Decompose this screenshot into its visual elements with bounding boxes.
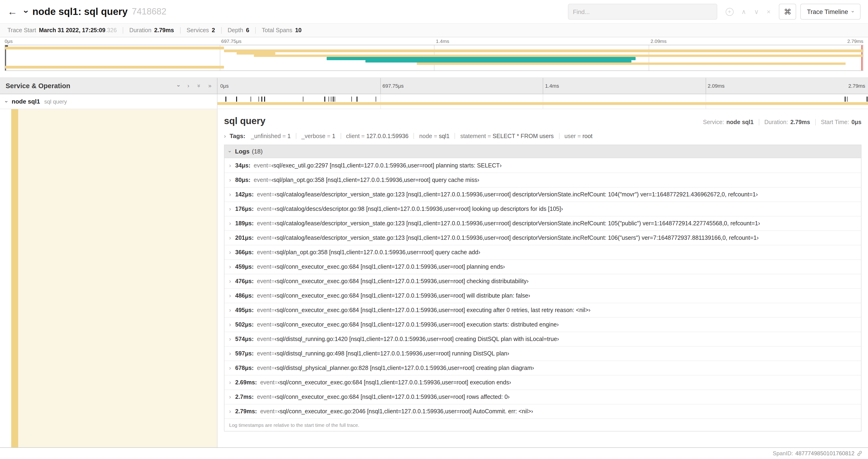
log-row[interactable]: ›597μs:event = ‹sql/distsql_running.go:4… — [224, 346, 861, 361]
log-field-key: event — [257, 191, 271, 198]
log-field-key: event — [254, 162, 268, 169]
log-field-value: ‹sql/plan_opt.go:358 [nsql1,client=127.0… — [271, 177, 479, 183]
log-marker — [324, 97, 325, 102]
log-row[interactable]: ›80μs:event = ‹sql/plan_opt.go:358 [nsql… — [224, 173, 861, 187]
chevron-right-icon: › — [229, 379, 231, 386]
log-row[interactable]: ›2.69ms:event = ‹sql/conn_executor_exec.… — [224, 375, 861, 390]
log-timestamp: 2.79ms: — [235, 408, 257, 415]
log-row[interactable]: ›176μs:event = ‹sql/catalog/descs/descri… — [224, 201, 861, 216]
log-field-key: event — [257, 292, 271, 299]
expand-all-icon[interactable]: » — [208, 83, 211, 89]
log-marker — [258, 97, 259, 102]
tag-item[interactable]: statement = SELECT * FROM users — [460, 133, 554, 139]
viewport-right-scrubber[interactable] — [862, 45, 862, 70]
tag-item[interactable]: _unfinished = 1 — [251, 133, 290, 139]
top-bar-actions: + ∧ ∨ × ⌘ Trace Timeline › — [568, 4, 861, 20]
log-row[interactable]: ›2.7ms:event = ‹sql/conn_executor_exec.g… — [224, 390, 861, 404]
log-row[interactable]: ›495μs:event = ‹sql/conn_executor_exec.g… — [224, 303, 861, 317]
axis-tick-label: 1.4ms — [545, 83, 559, 89]
row-gridline — [705, 94, 706, 109]
minimap-axis: 0μs 697.75μs 1.4ms 2.09ms 2.79ms — [5, 37, 863, 45]
span-bar[interactable] — [217, 102, 868, 105]
row-gridline — [380, 94, 380, 109]
back-arrow-icon[interactable]: ← — [7, 6, 17, 17]
log-field-value: ‹sql/conn_executor_exec.go:684 [nsql1,cl… — [275, 321, 559, 328]
axis-tick-label: 0μs — [220, 83, 229, 89]
timeline-row-canvas[interactable] — [217, 94, 868, 109]
link-icon[interactable] — [857, 451, 862, 456]
log-equals: = — [268, 177, 272, 183]
circle-plus-icon[interactable]: + — [725, 8, 733, 15]
tags-row[interactable]: › Tags: _unfinished = 1_verbose = 1clien… — [224, 132, 862, 139]
log-equals: = — [271, 191, 275, 198]
span-detail-area: sql query Service:node sql1 Duration:2.7… — [0, 109, 868, 448]
span-row[interactable]: › node sql1 sql query — [0, 94, 868, 109]
collapse-one-icon[interactable]: › — [175, 85, 182, 87]
axis-tick-label: 2.09ms — [708, 83, 724, 89]
log-equals: = — [271, 292, 275, 299]
log-row[interactable]: ›189μs:event = ‹sql/catalog/lease/descri… — [224, 216, 861, 230]
log-timestamp: 495μs: — [235, 307, 254, 314]
minimap-tick-label: 2.09ms — [649, 38, 666, 44]
log-timestamp: 476μs: — [235, 278, 254, 285]
detail-header: sql query Service:node sql1 Duration:2.7… — [224, 109, 862, 126]
log-row[interactable]: ›574μs:event = ‹sql/distsql_running.go:1… — [224, 332, 861, 346]
log-row[interactable]: ›486μs:event = ‹sql/conn_executor_exec.g… — [224, 288, 861, 303]
log-row[interactable]: ›366μs:event = ‹sql/plan_opt.go:358 [nsq… — [224, 245, 861, 259]
tag-item[interactable]: _verbose = 1 — [302, 133, 335, 139]
summary-label: Depth — [227, 27, 243, 34]
tag-item[interactable]: node = sql1 — [419, 133, 450, 139]
tag-item[interactable]: client = 127.0.0.1:59936 — [346, 133, 409, 139]
log-field-value: ‹sql/conn_executor_exec.go:684 [nsql1,cl… — [275, 264, 505, 270]
log-field-key: event — [257, 336, 271, 342]
log-timestamp: 189μs: — [235, 220, 254, 227]
trace-timeline-dropdown[interactable]: Trace Timeline › — [801, 4, 861, 20]
minimap-tick-label: 2.79ms — [847, 38, 863, 44]
find-input[interactable] — [568, 4, 717, 20]
clear-icon[interactable]: × — [767, 8, 771, 15]
service-name: node sql1 — [12, 98, 40, 105]
tag-equals: = — [360, 133, 366, 139]
separator — [559, 133, 559, 139]
log-row[interactable]: ›502μs:event = ‹sql/conn_executor_exec.g… — [224, 317, 861, 332]
chevron-down-icon[interactable]: › — [3, 101, 10, 102]
axis-gridline — [380, 78, 380, 94]
log-row[interactable]: ›34μs:event = ‹sql/exec_util.go:2297 [ns… — [224, 158, 861, 173]
log-row[interactable]: ›476μs:event = ‹sql/conn_executor_exec.g… — [224, 274, 861, 288]
log-timestamp: 502μs: — [235, 321, 254, 328]
log-row[interactable]: ›678μs:event = ‹sql/distsql_physical_pla… — [224, 361, 861, 375]
logs-list: ›34μs:event = ‹sql/exec_util.go:2297 [ns… — [224, 158, 861, 418]
log-row[interactable]: ›142μs:event = ‹sql/catalog/lease/descri… — [224, 187, 861, 201]
chevron-down-icon[interactable]: ∨ — [754, 8, 759, 15]
collapse-all-icon[interactable]: » — [195, 84, 202, 87]
find-nav-icons: + ∧ ∨ × — [725, 8, 771, 15]
expand-one-icon[interactable]: › — [187, 83, 189, 89]
log-field-value: ‹sql/distsql_running.go:498 [nsql1,clien… — [275, 350, 509, 357]
log-row[interactable]: ›459μs:event = ‹sql/conn_executor_exec.g… — [224, 259, 861, 274]
log-marker — [261, 97, 262, 102]
log-field-value: ‹sql/conn_executor_exec.go:684 [nsql1,cl… — [275, 307, 591, 314]
keyboard-shortcuts-button[interactable]: ⌘ — [779, 4, 796, 20]
chevron-right-icon: › — [229, 206, 231, 212]
log-field-key: event — [257, 365, 271, 371]
log-equals: = — [271, 365, 275, 371]
chevron-up-icon[interactable]: ∧ — [741, 8, 746, 15]
separator — [221, 27, 221, 34]
chevron-down-icon[interactable]: › — [21, 10, 31, 13]
log-marker — [847, 97, 848, 102]
log-equals: = — [274, 408, 278, 415]
span-row-name-cell[interactable]: › node sql1 sql query — [0, 94, 217, 109]
minimap-tick-label: 697.75μs — [219, 38, 242, 44]
log-timestamp: 486μs: — [235, 292, 254, 299]
log-field-key: event — [260, 379, 274, 386]
log-marker — [357, 97, 358, 102]
chevron-down-icon: › — [850, 11, 856, 12]
log-row[interactable]: ›2.79ms:event = ‹sql/conn_executor_exec.… — [224, 404, 861, 418]
logs-header[interactable]: › Logs (18) — [224, 145, 861, 158]
tag-item[interactable]: user = root — [564, 133, 592, 139]
minimap-canvas[interactable] — [5, 45, 863, 71]
tag-equals: = — [326, 133, 332, 139]
log-row[interactable]: ›201μs:event = ‹sql/catalog/lease/descri… — [224, 230, 861, 245]
log-equals: = — [271, 350, 275, 357]
timeline-axis: 0μs 697.75μs 1.4ms 2.09ms 2.79ms — [217, 78, 868, 94]
